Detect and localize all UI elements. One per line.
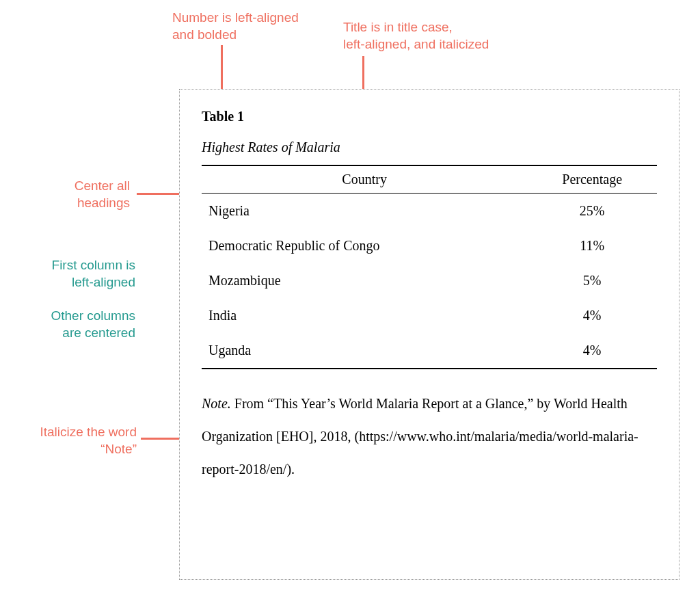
cell-country: India [202,298,527,333]
annotation-first-column: First column is left-aligned [33,257,135,291]
header-country: Country [202,165,527,194]
table-header-row: Country Percentage [202,165,657,194]
cell-percentage: 4% [527,298,657,333]
cell-country: Uganda [202,333,527,369]
cell-country: Democratic Republic of Congo [202,228,527,263]
annotation-other-columns: Other columns are centered [33,308,135,341]
table-row: Nigeria 25% [202,194,657,229]
table-title: Highest Rates of Malaria [202,139,657,155]
cell-percentage: 11% [527,228,657,263]
table-row: India 4% [202,298,657,333]
table-number: Table 1 [202,109,657,124]
header-percentage: Percentage [527,165,657,194]
cell-percentage: 4% [527,333,657,369]
annotation-number-bold: Number is left-aligned and bolded [172,10,323,43]
note-label: Note. [202,396,231,411]
table-sample-panel: Table 1 Highest Rates of Malaria Country… [179,89,679,580]
cell-country: Nigeria [202,194,527,229]
table-row: Democratic Republic of Congo 11% [202,228,657,263]
table-note: Note. From “This Year’s World Malaria Re… [202,387,657,485]
cell-percentage: 25% [527,194,657,229]
note-text: From “This Year’s World Malaria Report a… [202,396,638,477]
cell-country: Mozambique [202,263,527,298]
annotation-title-case: Title is in title case, left-aligned, an… [343,19,521,53]
annotation-center-headings: Center all headings [62,178,130,211]
table-row: Mozambique 5% [202,263,657,298]
cell-percentage: 5% [527,263,657,298]
table-body: Nigeria 25% Democratic Republic of Congo… [202,194,657,369]
data-table: Country Percentage Nigeria 25% Democrati… [202,165,657,369]
table-row: Uganda 4% [202,333,657,369]
annotation-italicize-note: Italicize the word “Note” [14,424,137,457]
